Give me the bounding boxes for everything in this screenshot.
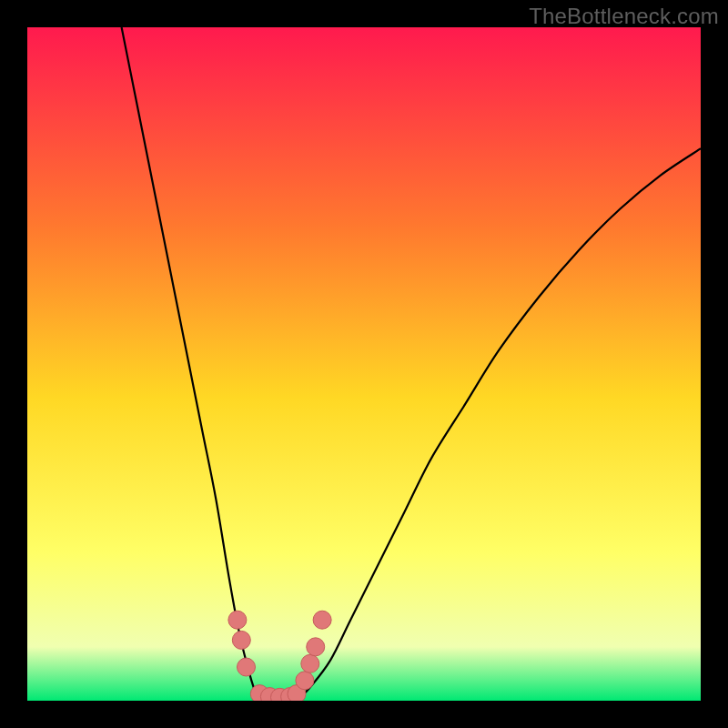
data-marker: [296, 672, 314, 690]
data-marker: [313, 611, 331, 629]
chart-frame: TheBottleneck.com: [0, 0, 728, 728]
data-marker: [238, 658, 256, 676]
data-marker: [228, 611, 247, 629]
data-marker: [232, 631, 250, 649]
plot-area: [27, 27, 701, 701]
chart-svg: [27, 27, 701, 701]
gradient-background: [27, 27, 701, 701]
data-marker: [307, 638, 325, 656]
data-marker: [301, 654, 319, 672]
watermark-text: TheBottleneck.com: [529, 4, 719, 29]
